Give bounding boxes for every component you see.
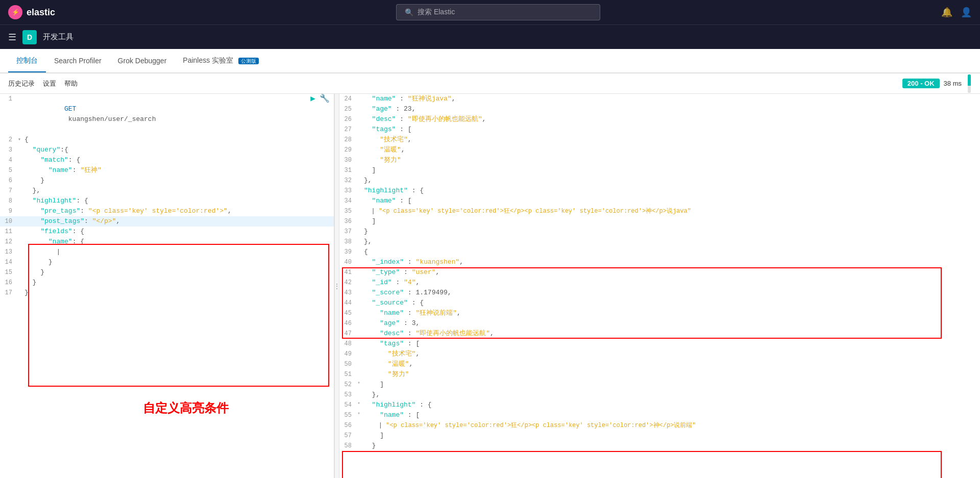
resp-line-30: 30 "努力" — [339, 155, 980, 165]
top-nav-right: 🔔 👤 — [941, 7, 972, 18]
painless-badge: 公测版 — [238, 58, 259, 64]
resp-line-47: 47 "desc" : "即使再小的帆也能远航", — [339, 329, 980, 339]
code-line-15: 15 } — [0, 267, 334, 278]
resp-line-27: 27 "tags" : [ — [339, 124, 980, 135]
resp-line-36: 36 ] — [339, 216, 980, 227]
code-line-10: 10 "post_tags": "</p>", — [0, 216, 334, 227]
resp-line-34: 34 "name" : [ — [339, 196, 980, 206]
alerts-icon[interactable]: 🔔 — [941, 7, 952, 18]
status-badge: 200 - OK 38 ms — [902, 74, 972, 93]
resp-line-52: 52 * ] — [339, 380, 980, 390]
dev-tools-badge: D — [22, 30, 37, 44]
resp-line-51: 51 "努力" — [339, 369, 980, 380]
copy-button[interactable]: 🔧 — [320, 94, 330, 104]
elastic-wordmark: elastic — [27, 7, 55, 18]
main-content: 1 GET kuangshen/user/_search ▶ 🔧 2 ▾ { — [0, 94, 980, 478]
settings-button[interactable]: 设置 — [43, 79, 56, 88]
code-line-4: 4 "match": { — [0, 155, 334, 165]
resp-line-35: 35 | "<p class='key' style='color:red'>狂… — [339, 206, 980, 216]
search-icon: 🔍 — [405, 8, 413, 16]
response-annotation-box-2 — [342, 451, 942, 478]
code-line-2: 2 ▾ { — [0, 135, 334, 145]
code-line-1: 1 GET kuangshen/user/_search ▶ 🔧 — [0, 94, 334, 135]
code-line-11: 11 "fields": { — [0, 227, 334, 237]
tab-grok-debugger[interactable]: Grok Debugger — [110, 51, 175, 72]
second-navigation: ☰ D 开发工具 — [0, 24, 980, 49]
resp-line-56: 56 | "<p class='key' style='color:red'>狂… — [339, 420, 980, 431]
resp-line-26: 26 "desc" : "即使再小的帆也能远航", — [339, 114, 980, 124]
dev-tools-label: 开发工具 — [43, 32, 74, 42]
line-num-1: 1 — [0, 94, 16, 104]
user-icon[interactable]: 👤 — [961, 7, 972, 18]
resp-line-41: 41 "_type" : "user", — [339, 267, 980, 278]
code-line-17: 17 } — [0, 288, 334, 298]
code-line-12: 12 "name": { — [0, 237, 334, 247]
response-area[interactable]: 24 "name" : "狂神说java", 25 "age" : 23, 26… — [339, 94, 980, 451]
tab-painless[interactable]: Painless 实验室 公测版 — [175, 50, 267, 72]
code-line-14: 14 } — [0, 257, 334, 267]
elastic-logo[interactable]: ⚡ elastic — [8, 5, 55, 19]
resp-line-48: 48 "tags" : [ — [339, 339, 980, 349]
resp-line-43: 43 "_score" : 1.179499, — [339, 288, 980, 298]
resp-line-33: 33 "highlight" : { — [339, 186, 980, 196]
toolbar: 历史记录 设置 帮助 200 - OK 38 ms — [0, 73, 980, 94]
elastic-icon: ⚡ — [8, 5, 22, 19]
resp-line-55: 55 * "name" : [ — [339, 410, 980, 420]
response-panel: 24 "name" : "狂神说java", 25 "age" : 23, 26… — [339, 94, 980, 478]
code-line-13: 13 | — [0, 247, 334, 257]
resp-line-46: 46 "age" : 3, — [339, 318, 980, 329]
resp-line-57: 57 ] — [339, 431, 980, 441]
run-button[interactable]: ▶ — [310, 94, 315, 104]
response-wrapper: 24 "name" : "狂神说java", 25 "age" : 23, 26… — [339, 94, 980, 478]
global-search[interactable]: 🔍 搜索 Elastic — [396, 4, 600, 20]
resp-line-40: 40 "_index" : "kuangshen", — [339, 257, 980, 267]
tabs-bar: 控制台 Search Profiler Grok Debugger Painle… — [0, 49, 980, 73]
panel-divider[interactable]: ⋮ — [334, 94, 339, 478]
tab-console[interactable]: 控制台 — [8, 50, 46, 72]
code-line-16: 16 } — [0, 278, 334, 288]
search-placeholder: 搜索 Elastic — [418, 8, 455, 17]
resp-line-49: 49 "技术宅", — [339, 349, 980, 359]
annotation-label: 自定义高亮条件 — [143, 400, 229, 416]
history-button[interactable]: 历史记录 — [8, 79, 35, 88]
resp-line-42: 42 "_id" : "4", — [339, 278, 980, 288]
resp-line-28: 28 "技术宅", — [339, 135, 980, 145]
resp-line-50: 50 "温暖", — [339, 359, 980, 369]
code-line-3: 3 "query":{ — [0, 145, 334, 155]
resp-line-37: 37 } — [339, 227, 980, 237]
resp-line-53: 53 }, — [339, 390, 980, 400]
ms-status: 38 ms — [944, 80, 962, 87]
resp-line-58: 58 } — [339, 441, 980, 451]
code-line-8: 8 "highlight": { — [0, 196, 334, 206]
resp-line-38: 38 }, — [339, 237, 980, 247]
resp-line-24: 24 "name" : "狂神说java", — [339, 94, 980, 104]
resp-line-31: 31 ] — [339, 165, 980, 175]
resp-line-29: 29 "温暖", — [339, 145, 980, 155]
code-line-5: 5 "name": "狂神" — [0, 165, 334, 175]
editor-panel: 1 GET kuangshen/user/_search ▶ 🔧 2 ▾ { — [0, 94, 334, 478]
resp-line-39: 39 { — [339, 247, 980, 257]
resp-line-45: 45 "name" : "狂神说前端", — [339, 308, 980, 318]
code-line-9: 9 "pre_tags": "<p class='key' style='col… — [0, 206, 334, 216]
hamburger-menu[interactable]: ☰ — [8, 32, 16, 43]
help-button[interactable]: 帮助 — [64, 79, 78, 88]
tab-search-profiler[interactable]: Search Profiler — [46, 51, 110, 72]
resp-line-44: 44 "_source" : { — [339, 298, 980, 308]
ok-status: 200 - OK — [902, 79, 940, 88]
resp-line-25: 25 "age" : 23, — [339, 104, 980, 114]
resp-line-32: 32 }, — [339, 175, 980, 186]
top-navigation: ⚡ elastic 🔍 搜索 Elastic 🔔 👤 — [0, 0, 980, 24]
code-line-7: 7 }, — [0, 186, 334, 196]
resp-line-54: 54 * "highlight" : { — [339, 400, 980, 410]
code-line-6: 6 } — [0, 175, 334, 186]
editor-area[interactable]: 1 GET kuangshen/user/_search ▶ 🔧 2 ▾ { — [0, 94, 334, 478]
